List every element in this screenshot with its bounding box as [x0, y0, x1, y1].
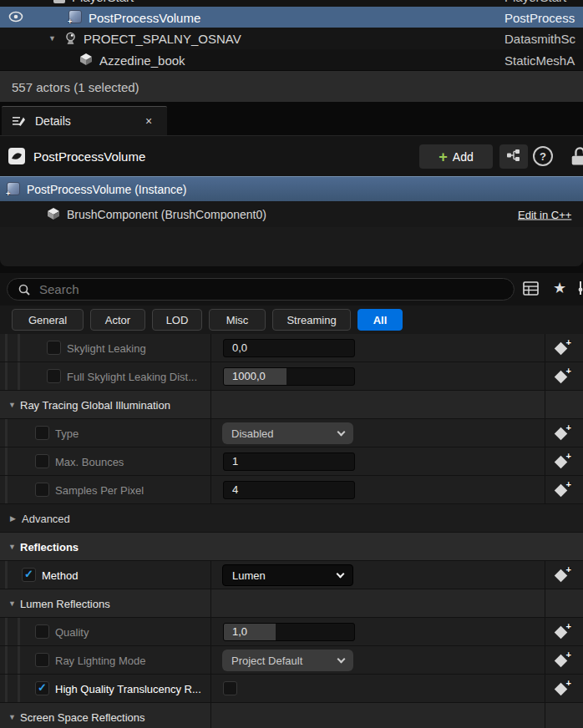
property-row-quality: Quality 1,0 + [0, 618, 583, 646]
category-screen-space-reflections[interactable]: ▼ Screen Space Reflections [0, 703, 583, 728]
filter-row: General Actor LOD Misc Streaming All [0, 306, 583, 334]
expander-expanded-icon: ▼ [8, 543, 16, 551]
static-mesh-icon [79, 53, 93, 69]
outliner-row-postprocessvolume[interactable]: + PostProcessVolume PostProcess [0, 7, 583, 28]
override-checkbox[interactable] [47, 341, 61, 355]
actor-name: PlayerStart [72, 0, 134, 4]
category-ray-tracing-gi[interactable]: ▼ Ray Tracing Global Illumination [0, 391, 583, 419]
component-row-instance[interactable]: + PostProcessVolume (Instance) [0, 176, 583, 201]
max-bounces-input[interactable]: 1 [223, 452, 355, 471]
category-label: Reflections [20, 533, 79, 561]
value-text: 0,0 [232, 340, 247, 356]
postprocess-volume-icon: + [68, 10, 82, 23]
filter-label: Misc [226, 314, 249, 326]
outliner-row-azzedine-book[interactable]: Azzedine_book StaticMeshA [0, 49, 583, 70]
chevron-down-icon [337, 655, 346, 663]
close-icon[interactable]: × [145, 114, 152, 128]
add-button-label: Add [453, 150, 474, 164]
full-skylight-leaking-input[interactable]: 1000,0 [223, 367, 355, 386]
lock-open-icon[interactable] [568, 146, 583, 168]
property-row-max-bounces: Max. Bounces 1 + [0, 447, 583, 476]
filter-all[interactable]: All [357, 309, 403, 331]
postprocess-volume-icon: + [7, 182, 20, 195]
keyframe-diamond-icon[interactable]: + [554, 482, 570, 498]
override-checkbox[interactable] [35, 653, 49, 667]
property-label: Samples Per Pixel [55, 476, 144, 504]
override-checkbox[interactable] [35, 483, 49, 497]
method-dropdown[interactable]: Lumen [222, 564, 353, 586]
expander-expanded-icon[interactable]: ▼ [48, 34, 56, 43]
filter-general[interactable]: General [12, 309, 84, 331]
tab-details[interactable]: Details × [2, 106, 167, 135]
category-advanced[interactable]: ▶ Advanced [0, 504, 583, 533]
override-checkbox-checked[interactable]: ✓ [35, 681, 49, 695]
outliner-status-bar: 557 actors (1 selected) [0, 70, 583, 102]
search-input[interactable] [39, 280, 490, 299]
property-label: Quality [55, 618, 89, 646]
actor-type: DatasmithSc [504, 32, 575, 46]
playerstart-icon [53, 0, 65, 3]
keyframe-diamond-icon[interactable]: + [554, 453, 570, 470]
property-row-full-skylight-leaking: Full Skylight Leaking Dist... 1000,0 + [0, 362, 583, 391]
expander-expanded-icon: ▼ [8, 401, 16, 409]
expander-expanded-icon: ▼ [8, 599, 16, 608]
filter-actor[interactable]: Actor [90, 309, 145, 331]
category-label: Advanced [22, 504, 70, 533]
override-checkbox[interactable] [35, 454, 49, 468]
favorites-star-icon[interactable]: ★ [553, 279, 566, 297]
override-checkbox[interactable] [35, 624, 49, 639]
category-label: Ray Tracing Global Illumination [20, 391, 170, 419]
actor-type: PostProcess [504, 10, 575, 24]
outliner-row-proect-spalny[interactable]: ▼ PROECT_SPALNY_OSNAV DatasmithSc [0, 28, 583, 49]
filter-streaming[interactable]: Streaming [272, 309, 351, 331]
override-checkbox[interactable] [47, 369, 61, 383]
category-lumen-reflections[interactable]: ▼ Lumen Reflections [0, 589, 583, 618]
keyframe-diamond-icon[interactable]: + [554, 368, 570, 385]
property-label: Type [55, 419, 79, 447]
ray-lighting-mode-dropdown[interactable]: Project Default [222, 650, 353, 671]
filter-label: Actor [105, 314, 130, 326]
outliner-row-playerstart[interactable]: PlayerStart PlayerStart [0, 0, 583, 7]
override-checkbox-checked[interactable]: ✓ [22, 568, 36, 582]
property-label: Ray Lighting Mode [55, 646, 145, 675]
keyframe-diamond-icon[interactable]: + [554, 340, 570, 356]
value-checkbox[interactable] [223, 681, 237, 695]
filter-label: Streaming [286, 314, 336, 326]
filter-misc[interactable]: Misc [209, 309, 266, 331]
category-reflections[interactable]: ▼ Reflections [0, 533, 583, 561]
component-row-brush[interactable]: BrushComponent (BrushComponent0) Edit in… [0, 201, 583, 227]
keyframe-diamond-icon[interactable]: + [554, 652, 570, 669]
blueprint-hierarchy-button[interactable] [499, 144, 528, 169]
property-row-type: Type Disabled + [0, 419, 583, 447]
skylight-leaking-input[interactable]: 0,0 [223, 339, 355, 357]
display-options-icon[interactable] [523, 281, 539, 299]
keyframe-diamond-icon[interactable]: + [554, 567, 570, 584]
keyframe-diamond-icon[interactable]: + [554, 624, 570, 640]
datasmith-scene-icon [63, 32, 78, 49]
quality-input[interactable]: 1,0 [223, 623, 355, 641]
search-icon [18, 283, 31, 300]
samples-per-pixel-input[interactable]: 4 [223, 481, 355, 499]
component-label: BrushComponent (BrushComponent0) [67, 208, 266, 221]
settings-sliders-icon[interactable] [577, 281, 583, 299]
value-text: 4 [232, 482, 238, 498]
filter-label: All [373, 314, 388, 326]
search-field[interactable] [7, 278, 515, 301]
edit-in-cpp-link[interactable]: Edit in C++ [518, 208, 571, 220]
type-dropdown[interactable]: Disabled [222, 422, 353, 444]
property-row-method: ✓ Method Lumen + [0, 561, 583, 589]
actor-type: StaticMeshA [504, 53, 575, 67]
expander-collapsed-icon: ▶ [10, 514, 16, 523]
property-label: Method [42, 561, 78, 589]
keyframe-diamond-icon[interactable]: + [554, 680, 570, 697]
property-row-samples-per-pixel: Samples Per Pixel 4 + [0, 476, 583, 504]
visibility-eye-icon[interactable] [8, 11, 23, 26]
help-icon[interactable]: ? [533, 146, 553, 166]
property-row-high-quality-translucency: ✓ High Quality Translucency R... + [0, 675, 583, 703]
node-graph-icon [506, 149, 521, 165]
keyframe-diamond-icon[interactable]: + [554, 425, 570, 442]
selected-object-title: PostProcessVolume [33, 149, 145, 164]
filter-lod[interactable]: LOD [152, 309, 202, 331]
add-button[interactable]: + Add [419, 144, 493, 169]
override-checkbox[interactable] [35, 426, 49, 440]
